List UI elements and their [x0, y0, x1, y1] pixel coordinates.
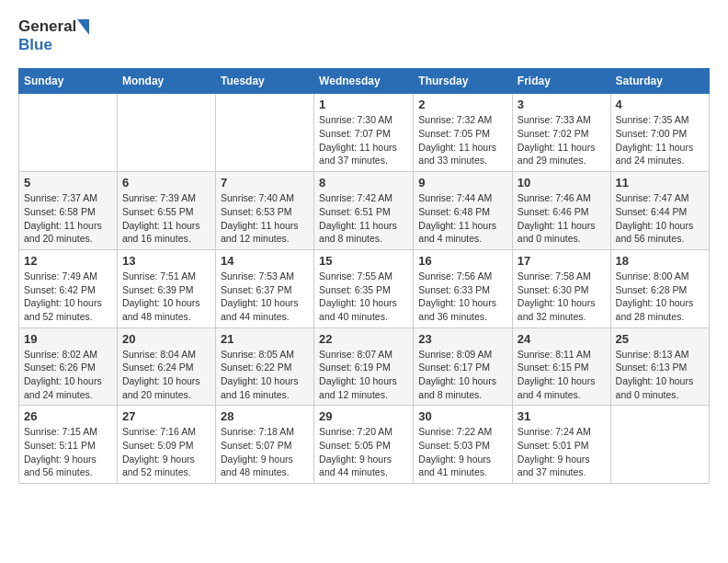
day-number: 4 — [616, 98, 704, 111]
day-number: 3 — [518, 98, 606, 111]
day-info: Sunrise: 7:20 AM Sunset: 5:05 PM Dayligh… — [319, 425, 408, 479]
calendar-cell: 27Sunrise: 7:16 AM Sunset: 5:09 PM Dayli… — [117, 406, 215, 484]
day-info: Sunrise: 8:07 AM Sunset: 6:19 PM Dayligh… — [319, 348, 408, 402]
calendar-cell: 20Sunrise: 8:04 AM Sunset: 6:24 PM Dayli… — [117, 327, 215, 406]
day-number: 24 — [518, 332, 606, 346]
calendar-cell: 15Sunrise: 7:55 AM Sunset: 6:35 PM Dayli… — [314, 249, 414, 327]
calendar-cell — [19, 94, 118, 172]
day-number: 22 — [319, 332, 408, 346]
day-number: 27 — [122, 409, 210, 423]
calendar-cell — [117, 94, 215, 172]
page-header: General Blue — [18, 18, 710, 53]
day-number: 10 — [518, 176, 606, 190]
day-number: 7 — [221, 176, 309, 190]
calendar-table: SundayMondayTuesdayWednesdayThursdayFrid… — [18, 68, 710, 484]
day-info: Sunrise: 8:04 AM Sunset: 6:24 PM Dayligh… — [122, 348, 210, 402]
day-header-wednesday: Wednesday — [314, 69, 414, 94]
logo-general: General — [18, 18, 76, 36]
day-number: 1 — [319, 98, 408, 111]
calendar-week-row: 1Sunrise: 7:30 AM Sunset: 7:07 PM Daylig… — [19, 94, 710, 172]
calendar-cell — [610, 406, 709, 484]
day-number: 15 — [319, 254, 408, 268]
day-number: 13 — [122, 254, 210, 268]
day-info: Sunrise: 7:32 AM Sunset: 7:05 PM Dayligh… — [418, 113, 507, 167]
logo-chevron-icon — [77, 19, 89, 35]
day-header-tuesday: Tuesday — [215, 69, 313, 94]
day-number: 28 — [221, 409, 309, 423]
day-info: Sunrise: 8:02 AM Sunset: 6:26 PM Dayligh… — [24, 348, 112, 402]
day-header-sunday: Sunday — [19, 69, 118, 94]
day-info: Sunrise: 7:42 AM Sunset: 6:51 PM Dayligh… — [319, 191, 408, 246]
day-number: 29 — [319, 409, 408, 423]
day-number: 2 — [418, 98, 507, 111]
day-info: Sunrise: 7:53 AM Sunset: 6:37 PM Dayligh… — [221, 270, 309, 324]
day-number: 12 — [24, 254, 112, 268]
day-info: Sunrise: 7:35 AM Sunset: 7:00 PM Dayligh… — [616, 113, 704, 167]
day-number: 17 — [518, 254, 606, 268]
calendar-cell: 4Sunrise: 7:35 AM Sunset: 7:00 PM Daylig… — [610, 94, 709, 172]
day-number: 8 — [319, 176, 408, 190]
day-info: Sunrise: 8:05 AM Sunset: 6:22 PM Dayligh… — [221, 348, 309, 402]
day-number: 21 — [221, 332, 309, 346]
calendar-cell: 23Sunrise: 8:09 AM Sunset: 6:17 PM Dayli… — [414, 327, 513, 406]
day-number: 23 — [418, 332, 507, 346]
day-info: Sunrise: 7:18 AM Sunset: 5:07 PM Dayligh… — [221, 425, 309, 479]
day-number: 18 — [616, 254, 704, 268]
day-info: Sunrise: 7:39 AM Sunset: 6:55 PM Dayligh… — [122, 191, 210, 246]
day-info: Sunrise: 8:11 AM Sunset: 6:15 PM Dayligh… — [518, 348, 606, 402]
calendar-week-row: 19Sunrise: 8:02 AM Sunset: 6:26 PM Dayli… — [19, 327, 710, 406]
day-header-saturday: Saturday — [610, 69, 709, 94]
day-number: 14 — [221, 254, 309, 268]
day-number: 5 — [24, 176, 112, 190]
calendar-cell: 8Sunrise: 7:42 AM Sunset: 6:51 PM Daylig… — [314, 172, 414, 250]
calendar-cell: 13Sunrise: 7:51 AM Sunset: 6:39 PM Dayli… — [117, 249, 215, 327]
calendar-cell: 29Sunrise: 7:20 AM Sunset: 5:05 PM Dayli… — [314, 406, 414, 484]
day-header-friday: Friday — [512, 69, 610, 94]
day-info: Sunrise: 7:44 AM Sunset: 6:48 PM Dayligh… — [418, 191, 507, 246]
day-info: Sunrise: 7:49 AM Sunset: 6:42 PM Dayligh… — [24, 270, 112, 324]
calendar-cell: 24Sunrise: 8:11 AM Sunset: 6:15 PM Dayli… — [512, 327, 610, 406]
calendar-cell: 25Sunrise: 8:13 AM Sunset: 6:13 PM Dayli… — [610, 327, 709, 406]
calendar-cell: 1Sunrise: 7:30 AM Sunset: 7:07 PM Daylig… — [314, 94, 414, 172]
calendar-week-row: 5Sunrise: 7:37 AM Sunset: 6:58 PM Daylig… — [19, 172, 710, 250]
day-info: Sunrise: 7:16 AM Sunset: 5:09 PM Dayligh… — [122, 425, 210, 479]
calendar-cell: 11Sunrise: 7:47 AM Sunset: 6:44 PM Dayli… — [610, 172, 709, 250]
calendar-week-row: 12Sunrise: 7:49 AM Sunset: 6:42 PM Dayli… — [19, 249, 710, 327]
calendar-cell: 17Sunrise: 7:58 AM Sunset: 6:30 PM Dayli… — [512, 249, 610, 327]
day-info: Sunrise: 7:47 AM Sunset: 6:44 PM Dayligh… — [616, 191, 704, 246]
calendar-cell: 22Sunrise: 8:07 AM Sunset: 6:19 PM Dayli… — [314, 327, 414, 406]
day-number: 9 — [418, 176, 507, 190]
day-number: 6 — [122, 176, 210, 190]
calendar-header-row: SundayMondayTuesdayWednesdayThursdayFrid… — [19, 69, 710, 94]
calendar-cell: 14Sunrise: 7:53 AM Sunset: 6:37 PM Dayli… — [215, 249, 313, 327]
day-header-thursday: Thursday — [414, 69, 513, 94]
day-info: Sunrise: 7:15 AM Sunset: 5:11 PM Dayligh… — [24, 425, 112, 479]
day-info: Sunrise: 7:55 AM Sunset: 6:35 PM Dayligh… — [319, 270, 408, 324]
day-info: Sunrise: 8:09 AM Sunset: 6:17 PM Dayligh… — [418, 348, 507, 402]
calendar-cell: 30Sunrise: 7:22 AM Sunset: 5:03 PM Dayli… — [414, 406, 513, 484]
calendar-cell: 12Sunrise: 7:49 AM Sunset: 6:42 PM Dayli… — [19, 249, 118, 327]
day-info: Sunrise: 7:22 AM Sunset: 5:03 PM Dayligh… — [418, 425, 507, 479]
calendar-cell: 28Sunrise: 7:18 AM Sunset: 5:07 PM Dayli… — [215, 406, 313, 484]
calendar-week-row: 26Sunrise: 7:15 AM Sunset: 5:11 PM Dayli… — [19, 406, 710, 484]
svg-marker-0 — [77, 19, 89, 35]
day-info: Sunrise: 7:46 AM Sunset: 6:46 PM Dayligh… — [518, 191, 606, 246]
calendar-cell: 7Sunrise: 7:40 AM Sunset: 6:53 PM Daylig… — [215, 172, 313, 250]
day-info: Sunrise: 7:24 AM Sunset: 5:01 PM Dayligh… — [518, 425, 606, 479]
day-info: Sunrise: 7:37 AM Sunset: 6:58 PM Dayligh… — [24, 191, 112, 246]
calendar-cell — [215, 94, 313, 172]
calendar-cell: 21Sunrise: 8:05 AM Sunset: 6:22 PM Dayli… — [215, 327, 313, 406]
day-info: Sunrise: 7:58 AM Sunset: 6:30 PM Dayligh… — [518, 270, 606, 324]
day-info: Sunrise: 7:56 AM Sunset: 6:33 PM Dayligh… — [418, 270, 507, 324]
day-number: 11 — [616, 176, 704, 190]
calendar-cell: 19Sunrise: 8:02 AM Sunset: 6:26 PM Dayli… — [19, 327, 118, 406]
day-info: Sunrise: 7:30 AM Sunset: 7:07 PM Dayligh… — [319, 113, 408, 167]
calendar-cell: 6Sunrise: 7:39 AM Sunset: 6:55 PM Daylig… — [117, 172, 215, 250]
day-info: Sunrise: 7:51 AM Sunset: 6:39 PM Dayligh… — [122, 270, 210, 324]
day-number: 25 — [616, 332, 704, 346]
calendar-cell: 2Sunrise: 7:32 AM Sunset: 7:05 PM Daylig… — [414, 94, 513, 172]
calendar-cell: 16Sunrise: 7:56 AM Sunset: 6:33 PM Dayli… — [414, 249, 513, 327]
day-number: 26 — [24, 409, 112, 423]
logo: General Blue — [18, 18, 89, 53]
day-number: 19 — [24, 332, 112, 346]
